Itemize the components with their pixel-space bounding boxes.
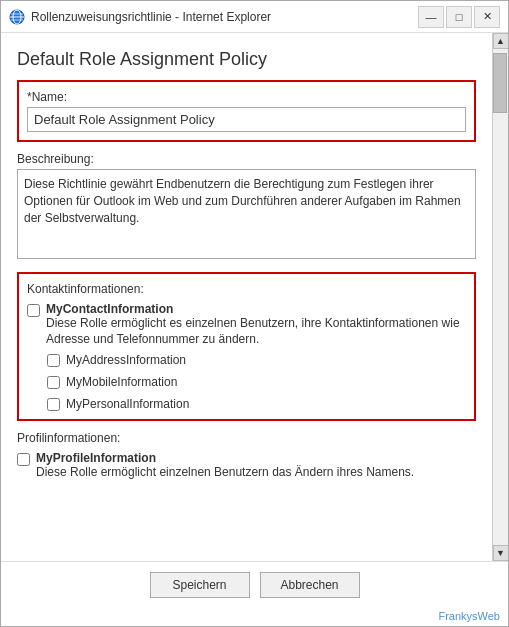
my-contact-info-row: MyContactInformation Diese Rolle ermögli… [27, 302, 466, 347]
scroll-track [493, 49, 508, 545]
close-button[interactable]: ✕ [474, 6, 500, 28]
ie-icon [9, 9, 25, 25]
title-bar: Rollenzuweisungsrichtlinie - Internet Ex… [1, 1, 508, 33]
title-bar-text: Rollenzuweisungsrichtlinie - Internet Ex… [31, 10, 418, 24]
contact-section-label: Kontaktinformationen: [27, 282, 466, 296]
window: Rollenzuweisungsrichtlinie - Internet Ex… [0, 0, 509, 627]
my-personal-info-label: MyPersonalInformation [66, 397, 189, 411]
my-profile-info-label: MyProfileInformation [36, 451, 414, 465]
watermark: FrankysWeb [1, 608, 508, 626]
cancel-button[interactable]: Abbrechen [260, 572, 360, 598]
name-input[interactable] [27, 107, 466, 132]
my-address-info-label: MyAddressInformation [66, 353, 186, 367]
scroll-thumb[interactable] [493, 53, 507, 113]
scroll-up-arrow[interactable]: ▲ [493, 33, 509, 49]
my-mobile-info-checkbox[interactable] [47, 376, 60, 389]
description-label: Beschreibung: [17, 152, 476, 166]
my-personal-info-checkbox[interactable] [47, 398, 60, 411]
sub-checkboxes: MyAddressInformation MyMobileInformation… [47, 353, 466, 411]
description-textarea[interactable]: Diese Richtlinie gewährt Endbenutzern di… [17, 169, 476, 259]
scroll-down-arrow[interactable]: ▼ [493, 545, 509, 561]
my-address-info-checkbox[interactable] [47, 354, 60, 367]
profile-section-label: Profilinformationen: [17, 431, 476, 445]
page-title: Default Role Assignment Policy [17, 49, 476, 70]
my-address-info-row: MyAddressInformation [47, 353, 466, 367]
my-contact-info-content: MyContactInformation Diese Rolle ermögli… [46, 302, 466, 347]
my-mobile-info-label: MyMobileInformation [66, 375, 177, 389]
title-bar-controls: — □ ✕ [418, 6, 500, 28]
name-section: *Name: [17, 80, 476, 142]
minimize-button[interactable]: — [418, 6, 444, 28]
my-profile-info-content: MyProfileInformation Diese Rolle ermögli… [36, 451, 414, 481]
my-mobile-info-row: MyMobileInformation [47, 375, 466, 389]
my-profile-info-desc: Diese Rolle ermöglicht einzelnen Benutze… [36, 465, 414, 481]
profile-section: Profilinformationen: MyProfileInformatio… [17, 431, 476, 481]
description-section: Beschreibung: Diese Richtlinie gewährt E… [17, 152, 476, 262]
save-button[interactable]: Speichern [150, 572, 250, 598]
maximize-button[interactable]: □ [446, 6, 472, 28]
main-content: Default Role Assignment Policy *Name: Be… [1, 33, 492, 561]
content-area: Default Role Assignment Policy *Name: Be… [1, 33, 508, 561]
contact-section: Kontaktinformationen: MyContactInformati… [17, 272, 476, 421]
my-profile-info-checkbox[interactable] [17, 453, 30, 466]
my-contact-info-checkbox[interactable] [27, 304, 40, 317]
my-contact-info-label: MyContactInformation [46, 302, 466, 316]
my-contact-info-desc: Diese Rolle ermöglicht es einzelnen Benu… [46, 316, 466, 347]
scrollbar: ▲ ▼ [492, 33, 508, 561]
footer: Speichern Abbrechen [1, 561, 508, 608]
my-profile-info-row: MyProfileInformation Diese Rolle ermögli… [17, 451, 476, 481]
name-label: *Name: [27, 90, 466, 104]
my-personal-info-row: MyPersonalInformation [47, 397, 466, 411]
